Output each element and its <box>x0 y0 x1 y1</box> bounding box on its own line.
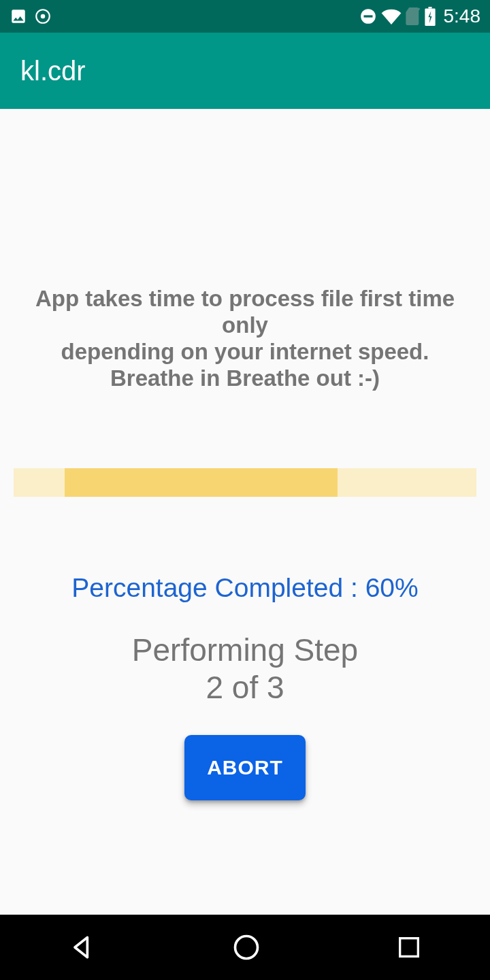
percentage-completed-label: Percentage Completed : 60% <box>14 573 476 603</box>
navigation-bar <box>0 915 490 980</box>
image-icon <box>10 7 27 25</box>
status-left-icons <box>10 7 52 25</box>
app-bar: kl.cdr <box>0 33 490 109</box>
wifi-icon <box>381 8 402 24</box>
info-line: depending on your internet speed. <box>14 339 476 365</box>
progress-bar <box>14 468 476 497</box>
progress-fill <box>65 468 338 497</box>
status-bar: 5:48 <box>0 0 490 33</box>
svg-point-1 <box>41 14 46 19</box>
svg-rect-6 <box>428 7 431 9</box>
svg-rect-3 <box>363 15 372 17</box>
content-area: App takes time to process file first tim… <box>0 109 490 915</box>
step-line: 2 of 3 <box>14 669 476 706</box>
back-button[interactable] <box>67 932 97 962</box>
home-button[interactable] <box>231 932 261 962</box>
recent-apps-button[interactable] <box>395 934 423 961</box>
info-line: App takes time to process file first tim… <box>14 286 476 339</box>
no-sim-icon <box>406 7 421 25</box>
info-line: Breathe in Breathe out :-) <box>14 365 476 392</box>
status-time: 5:48 <box>444 5 481 27</box>
battery-charging-icon <box>425 7 436 26</box>
abort-button[interactable]: ABORT <box>184 735 306 800</box>
do-not-disturb-icon <box>359 7 377 25</box>
svg-rect-8 <box>400 938 419 957</box>
svg-point-7 <box>235 936 257 959</box>
status-right-icons: 5:48 <box>359 5 481 27</box>
page-title: kl.cdr <box>20 56 86 86</box>
circle-icon <box>34 7 52 25</box>
step-status: Performing Step 2 of 3 <box>14 632 476 706</box>
info-message: App takes time to process file first tim… <box>14 286 476 392</box>
step-line: Performing Step <box>14 632 476 669</box>
